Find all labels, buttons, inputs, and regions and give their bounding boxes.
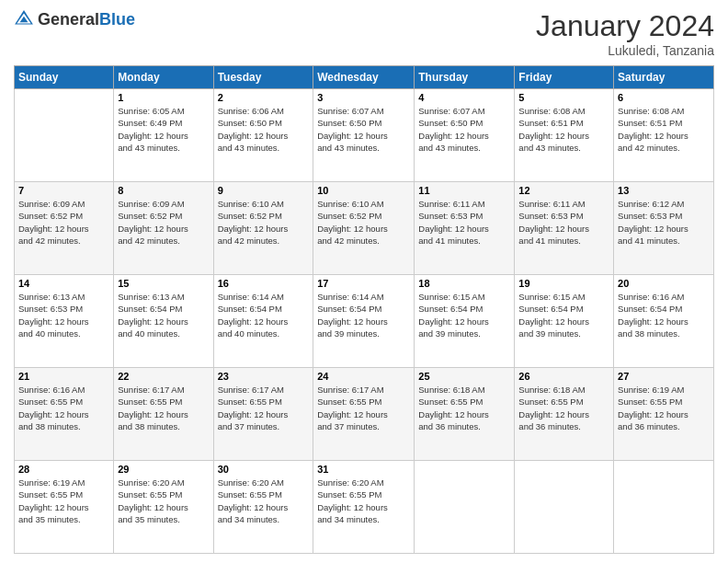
day-number: 9 <box>218 185 310 196</box>
day-cell: 5Sunrise: 6:08 AMSunset: 6:51 PMDaylight… <box>515 89 614 182</box>
day-number: 16 <box>218 278 310 289</box>
day-info: Sunrise: 6:19 AMSunset: 6:55 PMDaylight:… <box>18 477 109 525</box>
day-cell: 24Sunrise: 6:17 AMSunset: 6:55 PMDayligh… <box>313 368 415 461</box>
week-row-3: 14Sunrise: 6:13 AMSunset: 6:53 PMDayligh… <box>15 275 714 368</box>
day-number: 31 <box>317 464 410 475</box>
day-cell: 25Sunrise: 6:18 AMSunset: 6:55 PMDayligh… <box>415 368 515 461</box>
day-cell: 4Sunrise: 6:07 AMSunset: 6:50 PMDaylight… <box>415 89 515 182</box>
day-info: Sunrise: 6:15 AMSunset: 6:54 PMDaylight:… <box>518 291 609 339</box>
day-info: Sunrise: 6:10 AMSunset: 6:52 PMDaylight:… <box>218 198 310 247</box>
day-info: Sunrise: 6:14 AMSunset: 6:54 PMDaylight:… <box>218 291 310 339</box>
day-cell: 19Sunrise: 6:15 AMSunset: 6:54 PMDayligh… <box>515 275 614 368</box>
day-cell: 10Sunrise: 6:10 AMSunset: 6:52 PMDayligh… <box>313 182 415 275</box>
day-info: Sunrise: 6:11 AMSunset: 6:53 PMDaylight:… <box>418 198 510 247</box>
day-number: 20 <box>618 278 710 289</box>
day-info: Sunrise: 6:15 AMSunset: 6:54 PMDaylight:… <box>418 291 510 339</box>
header-cell-sunday: Sunday <box>15 66 114 89</box>
day-cell: 3Sunrise: 6:07 AMSunset: 6:50 PMDaylight… <box>313 89 415 182</box>
day-number: 23 <box>218 371 310 382</box>
calendar-table: SundayMondayTuesdayWednesdayThursdayFrid… <box>14 65 714 554</box>
day-cell <box>15 89 114 182</box>
day-cell: 27Sunrise: 6:19 AMSunset: 6:55 PMDayligh… <box>614 368 714 461</box>
day-info: Sunrise: 6:07 AMSunset: 6:50 PMDaylight:… <box>418 105 510 154</box>
day-info: Sunrise: 6:10 AMSunset: 6:52 PMDaylight:… <box>317 198 410 247</box>
day-number: 17 <box>317 278 410 289</box>
day-cell: 30Sunrise: 6:20 AMSunset: 6:55 PMDayligh… <box>213 461 313 554</box>
day-cell: 26Sunrise: 6:18 AMSunset: 6:55 PMDayligh… <box>515 368 614 461</box>
header-cell-saturday: Saturday <box>614 66 714 89</box>
day-info: Sunrise: 6:13 AMSunset: 6:53 PMDaylight:… <box>18 291 109 339</box>
day-info: Sunrise: 6:17 AMSunset: 6:55 PMDaylight:… <box>218 384 310 432</box>
day-cell: 1Sunrise: 6:05 AMSunset: 6:49 PMDaylight… <box>114 89 213 182</box>
header: General Blue January 2024 Lukuledi, Tanz… <box>14 9 714 58</box>
day-cell: 14Sunrise: 6:13 AMSunset: 6:53 PMDayligh… <box>15 275 114 368</box>
title-area: January 2024 Lukuledi, Tanzania <box>536 9 714 58</box>
day-cell: 12Sunrise: 6:11 AMSunset: 6:53 PMDayligh… <box>515 182 614 275</box>
logo-blue: Blue <box>99 11 135 28</box>
day-number: 8 <box>118 185 209 196</box>
month-title: January 2024 <box>536 9 714 43</box>
day-number: 22 <box>118 371 209 382</box>
day-cell: 28Sunrise: 6:19 AMSunset: 6:55 PMDayligh… <box>15 461 114 554</box>
logo-general: General <box>38 11 99 28</box>
week-row-4: 21Sunrise: 6:16 AMSunset: 6:55 PMDayligh… <box>15 368 714 461</box>
day-cell: 20Sunrise: 6:16 AMSunset: 6:54 PMDayligh… <box>614 275 714 368</box>
day-info: Sunrise: 6:16 AMSunset: 6:54 PMDaylight:… <box>618 291 710 339</box>
day-info: Sunrise: 6:08 AMSunset: 6:51 PMDaylight:… <box>518 105 609 154</box>
day-number: 24 <box>317 371 410 382</box>
day-number: 30 <box>218 464 310 475</box>
day-number: 21 <box>18 371 109 382</box>
day-number: 7 <box>18 185 109 196</box>
week-row-2: 7Sunrise: 6:09 AMSunset: 6:52 PMDaylight… <box>15 182 714 275</box>
day-cell: 31Sunrise: 6:20 AMSunset: 6:55 PMDayligh… <box>313 461 415 554</box>
day-number: 2 <box>218 92 310 103</box>
day-cell: 2Sunrise: 6:06 AMSunset: 6:50 PMDaylight… <box>213 89 313 182</box>
header-cell-friday: Friday <box>515 66 614 89</box>
day-number: 11 <box>418 185 510 196</box>
day-number: 6 <box>618 92 710 103</box>
day-info: Sunrise: 6:20 AMSunset: 6:55 PMDaylight:… <box>317 477 410 525</box>
day-info: Sunrise: 6:11 AMSunset: 6:53 PMDaylight:… <box>518 198 609 247</box>
day-number: 27 <box>618 371 710 382</box>
header-cell-monday: Monday <box>114 66 213 89</box>
day-cell: 13Sunrise: 6:12 AMSunset: 6:53 PMDayligh… <box>614 182 714 275</box>
day-number: 10 <box>317 185 410 196</box>
day-number: 19 <box>518 278 609 289</box>
page: General Blue January 2024 Lukuledi, Tanz… <box>0 0 728 563</box>
day-cell: 7Sunrise: 6:09 AMSunset: 6:52 PMDaylight… <box>15 182 114 275</box>
day-info: Sunrise: 6:06 AMSunset: 6:50 PMDaylight:… <box>218 105 310 154</box>
day-number: 25 <box>418 371 510 382</box>
week-row-1: 1Sunrise: 6:05 AMSunset: 6:49 PMDaylight… <box>15 89 714 182</box>
day-cell: 8Sunrise: 6:09 AMSunset: 6:52 PMDaylight… <box>114 182 213 275</box>
day-info: Sunrise: 6:18 AMSunset: 6:55 PMDaylight:… <box>518 384 609 432</box>
day-number: 26 <box>518 371 609 382</box>
day-number: 29 <box>118 464 209 475</box>
day-number: 5 <box>518 92 609 103</box>
day-number: 1 <box>118 92 209 103</box>
header-cell-tuesday: Tuesday <box>213 66 313 89</box>
header-cell-wednesday: Wednesday <box>313 66 415 89</box>
day-number: 13 <box>618 185 710 196</box>
day-info: Sunrise: 6:13 AMSunset: 6:54 PMDaylight:… <box>118 291 209 339</box>
day-number: 18 <box>418 278 510 289</box>
day-info: Sunrise: 6:17 AMSunset: 6:55 PMDaylight:… <box>118 384 209 432</box>
day-info: Sunrise: 6:18 AMSunset: 6:55 PMDaylight:… <box>418 384 510 432</box>
day-cell: 18Sunrise: 6:15 AMSunset: 6:54 PMDayligh… <box>415 275 515 368</box>
day-info: Sunrise: 6:20 AMSunset: 6:55 PMDaylight:… <box>218 477 310 525</box>
day-cell: 21Sunrise: 6:16 AMSunset: 6:55 PMDayligh… <box>15 368 114 461</box>
day-cell: 16Sunrise: 6:14 AMSunset: 6:54 PMDayligh… <box>213 275 313 368</box>
day-cell: 22Sunrise: 6:17 AMSunset: 6:55 PMDayligh… <box>114 368 213 461</box>
day-info: Sunrise: 6:20 AMSunset: 6:55 PMDaylight:… <box>118 477 209 525</box>
day-info: Sunrise: 6:08 AMSunset: 6:51 PMDaylight:… <box>618 105 710 154</box>
day-cell: 17Sunrise: 6:14 AMSunset: 6:54 PMDayligh… <box>313 275 415 368</box>
day-number: 14 <box>18 278 109 289</box>
location-title: Lukuledi, Tanzania <box>536 43 714 58</box>
week-row-5: 28Sunrise: 6:19 AMSunset: 6:55 PMDayligh… <box>15 461 714 554</box>
day-number: 3 <box>317 92 410 103</box>
day-info: Sunrise: 6:16 AMSunset: 6:55 PMDaylight:… <box>18 384 109 432</box>
day-number: 4 <box>418 92 510 103</box>
day-number: 15 <box>118 278 209 289</box>
day-info: Sunrise: 6:05 AMSunset: 6:49 PMDaylight:… <box>118 105 209 154</box>
day-info: Sunrise: 6:12 AMSunset: 6:53 PMDaylight:… <box>618 198 710 247</box>
day-cell: 29Sunrise: 6:20 AMSunset: 6:55 PMDayligh… <box>114 461 213 554</box>
